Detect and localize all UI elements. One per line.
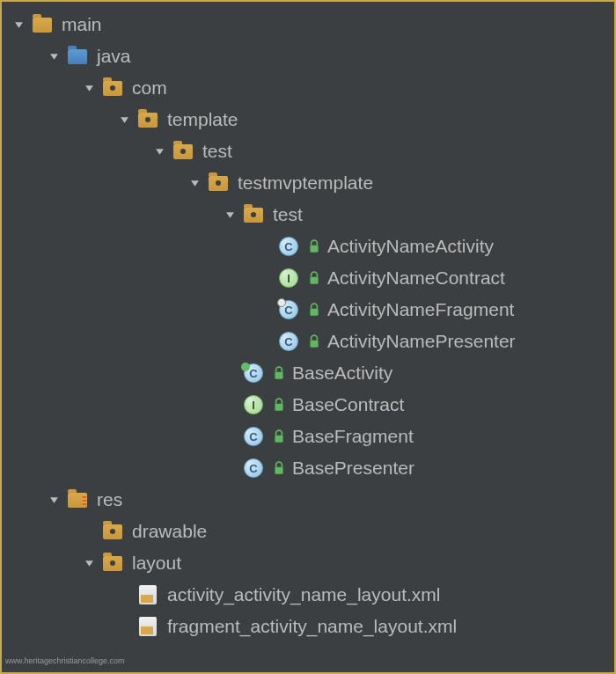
svg-rect-10 <box>310 341 318 348</box>
package-icon <box>102 523 123 540</box>
tree-label: test <box>273 204 303 225</box>
class-icon: C <box>243 364 264 382</box>
class-icon: C <box>278 238 299 255</box>
tree-item-base-activity[interactable]: C BaseActivity <box>2 357 614 389</box>
svg-rect-13 <box>275 436 282 443</box>
chevron-down-icon[interactable] <box>151 143 167 159</box>
tree-label: layout <box>132 553 181 574</box>
lock-icon <box>308 238 320 254</box>
svg-marker-5 <box>191 180 199 187</box>
tree-label: BaseContract <box>292 394 404 415</box>
svg-marker-16 <box>85 560 93 567</box>
package-icon <box>208 174 229 192</box>
class-icon: C <box>278 333 299 350</box>
lock-icon <box>273 397 285 413</box>
tree-item-activity-name-fragment[interactable]: C ActivityNameFragment <box>2 294 614 326</box>
svg-rect-14 <box>275 467 282 474</box>
chevron-down-icon[interactable] <box>11 17 26 33</box>
tree-label: com <box>132 77 167 99</box>
chevron-down-icon[interactable] <box>46 48 62 64</box>
interface-icon: I <box>243 396 264 414</box>
tree-label: test <box>202 141 232 162</box>
tree-item-fragment-layout-xml[interactable]: fragment_activity_name_layout.xml <box>2 611 614 642</box>
folder-icon <box>32 16 53 33</box>
package-icon <box>102 554 123 572</box>
svg-rect-12 <box>275 404 282 411</box>
tree-label: BaseFragment <box>292 426 414 447</box>
tree-label: ActivityNameFragment <box>327 299 514 320</box>
tree-label: main <box>62 14 102 35</box>
tree-item-activity-name-contract[interactable]: I ActivityNameContract <box>2 262 614 294</box>
tree-item-layout[interactable]: layout <box>2 547 614 579</box>
package-icon <box>243 206 264 223</box>
tree-item-drawable[interactable]: drawable <box>2 516 614 547</box>
svg-rect-9 <box>310 309 318 316</box>
tree-item-template[interactable]: template <box>2 104 614 136</box>
tree-label: fragment_activity_name_layout.xml <box>167 616 457 637</box>
tree-label: ActivityNamePresenter <box>327 331 516 352</box>
class-icon: C <box>278 301 299 319</box>
svg-marker-6 <box>226 212 234 218</box>
lock-icon <box>273 460 285 476</box>
class-icon: C <box>243 428 264 445</box>
tree-item-com[interactable]: com <box>2 72 614 104</box>
xml-file-icon <box>137 618 158 635</box>
tree-label: ActivityNameActivity <box>327 236 494 257</box>
svg-marker-0 <box>15 22 23 28</box>
chevron-down-icon[interactable] <box>81 555 97 571</box>
tree-label: ActivityNameContract <box>327 267 505 289</box>
tree-label: java <box>97 46 131 67</box>
tree-item-test[interactable]: test <box>2 136 614 167</box>
tree-item-activity-layout-xml[interactable]: activity_activity_name_layout.xml <box>2 579 614 611</box>
resource-folder-icon <box>67 491 88 509</box>
xml-file-icon <box>137 586 158 604</box>
project-tree: main java com template test testmvptempl… <box>2 9 614 642</box>
tree-label: res <box>97 489 122 510</box>
source-folder-icon <box>67 48 88 65</box>
lock-icon <box>308 333 320 349</box>
chevron-down-icon[interactable] <box>81 80 97 96</box>
interface-icon: I <box>278 269 299 287</box>
tree-label: template <box>167 109 238 130</box>
tree-label: BaseActivity <box>292 363 392 384</box>
tree-label: activity_activity_name_layout.xml <box>167 584 440 605</box>
svg-marker-15 <box>50 497 58 503</box>
tree-item-main[interactable]: main <box>2 9 614 40</box>
svg-rect-11 <box>275 372 282 379</box>
tree-label: BasePresenter <box>292 458 414 479</box>
chevron-down-icon[interactable] <box>46 492 62 508</box>
tree-item-test-nested[interactable]: test <box>2 199 614 231</box>
tree-item-testmvptemplate[interactable]: testmvptemplate <box>2 167 614 199</box>
lock-icon <box>273 429 285 444</box>
tree-label: testmvptemplate <box>238 172 373 194</box>
chevron-down-icon[interactable] <box>222 207 238 223</box>
tree-item-res[interactable]: res <box>2 484 614 516</box>
lock-icon <box>308 270 320 286</box>
lock-icon <box>308 302 320 318</box>
svg-marker-1 <box>50 54 58 60</box>
tree-item-base-presenter[interactable]: C BasePresenter <box>2 452 614 484</box>
tree-item-base-fragment[interactable]: C BaseFragment <box>2 421 614 452</box>
tree-item-activity-name-activity[interactable]: C ActivityNameActivity <box>2 231 614 262</box>
svg-rect-7 <box>310 245 318 253</box>
watermark: www.heritagechristiancollege.com <box>5 656 125 665</box>
tree-item-base-contract[interactable]: I BaseContract <box>2 389 614 421</box>
tree-item-java[interactable]: java <box>2 40 614 72</box>
chevron-down-icon[interactable] <box>187 175 202 191</box>
svg-marker-3 <box>121 117 128 123</box>
svg-marker-2 <box>85 85 93 92</box>
class-icon: C <box>243 459 264 477</box>
tree-label: drawable <box>132 521 207 542</box>
tree-item-activity-name-presenter[interactable]: C ActivityNamePresenter <box>2 326 614 357</box>
package-icon <box>137 111 158 128</box>
package-icon <box>102 79 123 97</box>
lock-icon <box>273 365 285 381</box>
chevron-down-icon[interactable] <box>116 112 132 128</box>
package-icon <box>172 143 194 160</box>
svg-marker-4 <box>156 149 164 155</box>
svg-rect-8 <box>310 277 318 284</box>
